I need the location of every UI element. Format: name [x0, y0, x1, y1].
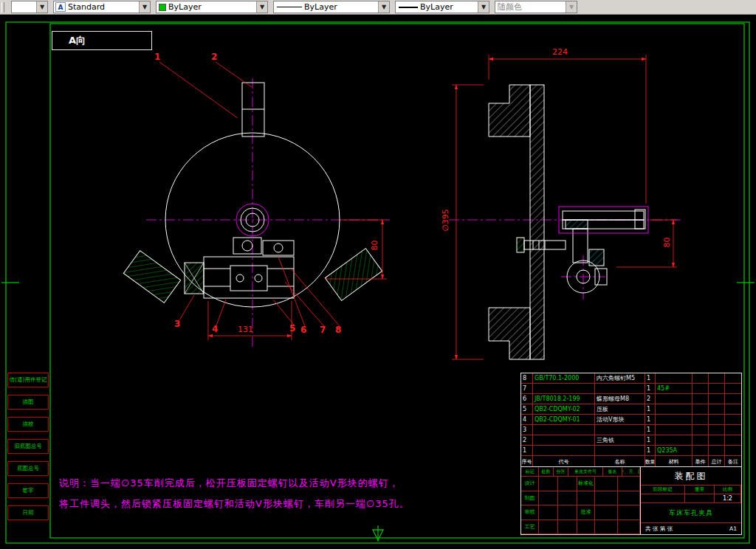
sidebar-item-trace-draw: 描图: [7, 395, 49, 410]
sidebar-item-reuse-record: 借(通)用件登记: [7, 373, 49, 387]
plot-style-combo: 随颜色 ▼: [495, 1, 577, 13]
sidebar-item-date: 日期: [7, 505, 49, 520]
view-label-text: A向: [69, 34, 86, 47]
chevron-down-icon[interactable]: ▼: [256, 1, 267, 13]
table-row: 5QB2-CDQMY-02压板1: [521, 404, 741, 415]
dim-section-width: 224: [552, 47, 568, 57]
balloon-3[interactable]: 3: [174, 319, 180, 329]
dim-front-height: 80: [370, 241, 379, 251]
title-block: 标记 处数 分区 更改文件号 签名 年、月、日 设计 标准化 制图 审核 批准 …: [520, 466, 742, 535]
lineweight-icon: [399, 7, 418, 8]
table-row: 2三角铁1: [521, 435, 741, 446]
title-block-revision-area: 标记 处数 分区 更改文件号 签名 年、月、日 设计 标准化 制图 审核 批准 …: [521, 467, 641, 534]
color-combo-value: ByLayer: [166, 2, 256, 12]
note-line-1: 说明：当一端∅35车削完成后，松开压板固定螺钉以及活动V形块的螺钉，: [59, 477, 399, 490]
table-row: 8GB/T70.1-2000内六角螺钉M51: [521, 373, 741, 384]
drawing-area[interactable]: A向 131 80 224 ∅395 80 1 2 3 4 5 6 7 8 借(…: [0, 15, 756, 549]
sidebar-item-trace-check: 描校: [7, 417, 49, 432]
balloon-5[interactable]: 5: [289, 323, 295, 334]
balloon-6[interactable]: 6: [300, 325, 306, 335]
staff-label: 工艺: [521, 520, 539, 535]
table-row: 31: [521, 425, 741, 435]
table-row: 7145#: [521, 384, 741, 394]
staff-label: 批准: [577, 505, 595, 520]
sidebar-item-signature: 签字: [7, 483, 49, 498]
stage-value-row: 1:2: [641, 494, 741, 503]
stage-header-row: 阶段标记 重量 比例: [641, 486, 741, 494]
front-view: [123, 78, 390, 348]
staff-label: 标准化: [577, 477, 595, 491]
lineweight-combo[interactable]: ByLayer ▼: [395, 1, 489, 13]
balloon-1[interactable]: 1: [154, 52, 160, 62]
plot-style-value: 随颜色: [495, 1, 566, 13]
cad-app: ▼ A Standard ▼ ByLayer ▼ ByLayer ▼ ByLay…: [0, 0, 756, 549]
color-swatch-icon: [159, 4, 166, 11]
sheet-count: 共 张 第 张: [645, 525, 673, 533]
staff-label: 审核: [521, 505, 539, 520]
title-block-name-area: 装配图 阶段标记 重量 比例 1:2 车床车孔夹具 共 张 第 张 A1: [641, 467, 741, 534]
chevron-down-icon[interactable]: ▼: [36, 1, 47, 13]
sidebar-item-old-base-no: 旧底图总号: [7, 439, 49, 454]
chevron-down-icon[interactable]: ▼: [378, 1, 389, 13]
table-row: 6JB/T8018.2-199蝶形螺母M82: [521, 394, 741, 404]
note-line-2: 将工件调头，然后锁紧压板固定螺钉和活动V形块螺钉，车削另一端∅35孔。: [59, 497, 410, 511]
dim-front-width: 131: [238, 325, 253, 334]
chevron-down-icon[interactable]: ▼: [478, 1, 489, 13]
linetype-icon: [277, 7, 302, 7]
parts-list-header: 序号代号名称数量材料单件总计备注: [521, 456, 741, 467]
table-row: 4QB2-CDQMY-01活动V形块1: [521, 415, 741, 425]
parts-list: 8GB/T70.1-2000内六角螺钉M51 7145# 6JB/T8018.2…: [520, 373, 742, 468]
layer-combo[interactable]: ▼: [11, 1, 48, 13]
table-row: 11Q235A: [521, 446, 741, 456]
staff-grid: 设计 标准化 制图 审核 批准 工艺: [521, 477, 640, 534]
staff-label: 制图: [521, 491, 539, 506]
dim-section-height: 80: [662, 238, 672, 248]
text-style-icon: A: [55, 2, 66, 12]
balloon-2[interactable]: 2: [211, 52, 217, 62]
dimension-lines: [159, 55, 677, 359]
doc-type: 装配图: [641, 467, 741, 486]
lineweight-combo-value: ByLayer: [418, 2, 478, 12]
text-style-value: Standard: [66, 2, 139, 12]
sheet-size: A1: [729, 525, 737, 532]
text-style-combo[interactable]: A Standard ▼: [53, 1, 151, 13]
toolbar-grip[interactable]: [1, 2, 4, 13]
sidebar-item-base-no: 底图总号: [7, 461, 49, 476]
sheet-footer: 共 张 第 张 A1: [641, 523, 741, 534]
color-combo[interactable]: ByLayer ▼: [156, 1, 268, 13]
view-label: A向: [52, 31, 152, 50]
scale-value: 1:2: [715, 494, 741, 503]
dim-section-dia: ∅395: [441, 209, 450, 232]
properties-toolbar: ▼ A Standard ▼ ByLayer ▼ ByLayer ▼ ByLay…: [0, 0, 756, 15]
chevron-down-icon[interactable]: ▼: [139, 1, 150, 13]
revision-header-row: 标记 处数 分区 更改文件号 签名 年、月、日: [521, 467, 640, 477]
chevron-down-icon: ▼: [566, 1, 577, 13]
balloon-7[interactable]: 7: [320, 325, 326, 335]
balloon-4[interactable]: 4: [212, 324, 218, 334]
balloon-8[interactable]: 8: [335, 325, 341, 335]
linetype-combo-value: ByLayer: [302, 2, 378, 12]
linetype-combo[interactable]: ByLayer ▼: [273, 1, 390, 13]
part-name: 车床车孔夹具: [641, 503, 741, 523]
staff-label: 设计: [521, 477, 539, 491]
